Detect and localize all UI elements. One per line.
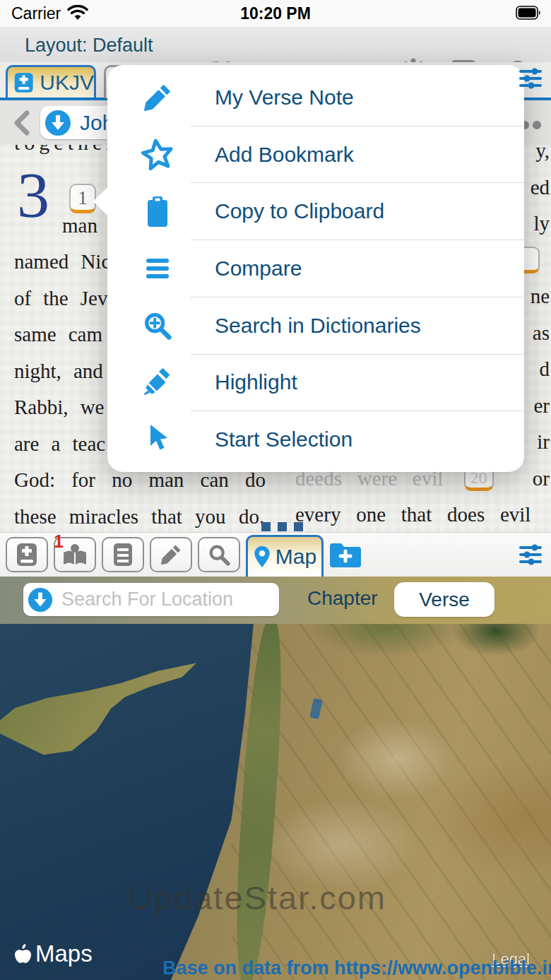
notification-badge: 1 [54, 531, 64, 552]
map-settings-sliders-icon[interactable] [518, 543, 543, 566]
menu-item-label: Copy to Clipboard [215, 199, 384, 223]
menu-item-label: Start Selection [215, 427, 352, 451]
maps-logo-label: Maps [35, 940, 93, 967]
search-icon [207, 543, 231, 567]
open-book-person-icon [61, 542, 88, 567]
pencil-icon [140, 80, 175, 115]
text-line: every one that does evil [295, 497, 550, 533]
text-fragment: or [533, 461, 550, 497]
watermark: UpdateStar.com [129, 878, 386, 917]
bible-icon [15, 542, 39, 567]
highlighter-icon [140, 365, 175, 400]
tab-search[interactable] [198, 537, 240, 572]
search-plus-icon [140, 308, 175, 343]
verse-number-badge[interactable]: 1 [69, 184, 96, 213]
compare-icon [140, 251, 175, 286]
map-attribution-link[interactable]: Base on data from https://www.openbible.… [162, 957, 551, 979]
add-tab-folder-icon[interactable] [328, 541, 363, 569]
map-tab-label: Map [276, 545, 316, 569]
verse-context-menu: My Verse Note Add Bookmark Copy to Clipb… [107, 65, 524, 472]
status-bar: Carrier 10:20 PM [0, 0, 551, 27]
clock: 10:20 PM [0, 4, 551, 23]
menu-item-search-in-dictionaries[interactable]: Search in Dictionaries [107, 297, 524, 354]
tab-label: UKJV [40, 71, 94, 95]
text-line: these miracles that you do. [14, 499, 277, 536]
menu-item-add-bookmark[interactable]: Add Bookmark [107, 126, 524, 183]
layout-selector[interactable]: Layout: Default [25, 35, 153, 57]
circle-down-arrow-icon[interactable] [28, 587, 53, 613]
menu-item-label: Search in Dictionaries [215, 314, 421, 338]
menu-item-label: Add Bookmark [215, 143, 354, 167]
menu-item-start-selection[interactable]: Start Selection [107, 411, 524, 468]
bible-icon [13, 71, 34, 95]
apple-icon [14, 943, 32, 964]
menu-item-label: My Verse Note [215, 85, 354, 110]
pane-drag-handle[interactable] [261, 522, 303, 531]
menu-item-copy-to-clipboard[interactable]: Copy to Clipboard [107, 183, 524, 240]
verse-text: man [62, 214, 97, 237]
pencil-icon [159, 543, 183, 567]
circle-down-arrow-icon [45, 110, 71, 136]
map-view[interactable]: UpdateStar.com Maps Legal Base on data f… [0, 624, 551, 980]
clipboard-icon [140, 194, 175, 229]
app-screen: Carrier 10:20 PM Layout: Default [0, 0, 551, 980]
tab-commentary[interactable] [102, 537, 144, 572]
layout-toolbar: Layout: Default [0, 27, 551, 63]
menu-item-label: Compare [215, 256, 302, 281]
chapter-button[interactable]: Chapter [307, 587, 378, 610]
tab-notes[interactable] [150, 537, 192, 572]
battery-icon [516, 6, 541, 20]
tab-ukjv[interactable]: UKJV [6, 65, 96, 98]
star-icon [140, 137, 175, 172]
cursor-icon [140, 422, 175, 457]
back-chevron-icon[interactable] [11, 110, 31, 136]
search-location-input[interactable] [60, 588, 261, 611]
popup-pointer [93, 187, 108, 216]
panel-toolbar: 1 [0, 532, 551, 577]
pane-settings-sliders-icon[interactable] [518, 67, 543, 90]
menu-item-compare[interactable]: Compare [107, 240, 524, 297]
book-lines-icon [112, 542, 134, 567]
location-search-field[interactable] [23, 583, 279, 616]
map-controls-bar: Chapter Verse [0, 576, 551, 624]
menu-item-label: Highlight [215, 370, 297, 394]
apple-maps-logo: Maps [14, 940, 93, 967]
chapter-number: 3 [17, 165, 49, 225]
menu-item-highlight[interactable]: Highlight [107, 355, 524, 411]
verse-button[interactable]: Verse [394, 582, 494, 617]
menu-item-my-verse-note[interactable]: My Verse Note [107, 69, 524, 126]
tab-map-active[interactable]: Map [246, 535, 324, 577]
tab-bible[interactable] [6, 537, 48, 572]
map-pin-icon [253, 545, 271, 568]
